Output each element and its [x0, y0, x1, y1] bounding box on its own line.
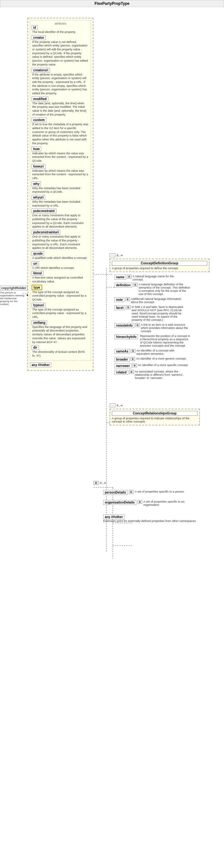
concept-rel-group-title: ConceptRelationshipsGroup	[112, 411, 197, 416]
attr-pubconstraint-desc: One or many constraints that apply to pu…	[32, 214, 89, 229]
copyright-label-box: copyrightHolder	[0, 286, 27, 290]
attr-custom: custom If set to true the metadata of a …	[32, 118, 89, 145]
rpi-note: note ⊕ Additional natural language infor…	[114, 297, 210, 304]
attr-type: type The type of the concept assigned as…	[32, 285, 89, 302]
attr-creator: creator If the property value is not def…	[32, 35, 89, 67]
rpi-hierarchyinfo-box: hierarchyInfo	[114, 334, 138, 339]
attr-creatoruri-desc: If the attribute is empty, specifies whi…	[32, 73, 89, 96]
attr-howuri-desc: Indicates by which means the value was e…	[32, 169, 89, 181]
seq-connector-area-2: ···· 0...∞	[110, 403, 200, 407]
attr-why-name: why	[32, 181, 41, 186]
rpi-broader-box: broader	[114, 357, 129, 362]
attr-qcode: qcode A qualified code which identifies …	[32, 251, 89, 260]
attr-why-desc: Why the metadata has been included - exp…	[32, 187, 89, 194]
rpi-remoteinfo-icon: ⊕	[135, 323, 140, 327]
attr-uri: uri A URI which identifies a concept.	[32, 261, 89, 270]
org-details-item: organisationDetails ⊕ A set of propertie…	[103, 500, 196, 506]
concept-def-group-desc: A group of properties required to define…	[112, 267, 207, 270]
elem-any-other-name: any ##other	[30, 363, 51, 367]
bottom-seq-icon: ⊞	[94, 481, 99, 485]
page-wrapper: FlexPartyPropType at	[0, 0, 224, 868]
connector-dot: ●	[27, 293, 28, 297]
attr-howuri-name: howuri	[32, 164, 45, 169]
concept-def-group-title: ConceptDefinitionGroup	[112, 261, 207, 266]
left-label-copyright: copyrightHolder The person or organisati…	[0, 286, 26, 306]
bottom-mult: 0...∞	[100, 481, 106, 485]
org-details-box: organisationDetails	[103, 500, 136, 505]
concept-def-group-container: ···· 0...∞ ConceptDefinitionGroup A grou…	[110, 253, 210, 381]
attr-pubconstraint: pubconstraint One or many constraints th…	[32, 209, 89, 229]
rpi-broader-desc: An identifier of a more generic concept.	[136, 357, 187, 360]
attr-how: how Indicates by which means the value w…	[32, 147, 89, 163]
rpi-related: related ⊕ An associated concept, where t…	[114, 370, 210, 380]
rpi-remoteinfo-box: remoteInfo	[114, 323, 135, 328]
rpi-facet-box: facet	[114, 305, 125, 310]
attr-howuri: howuri Indicates by which means the valu…	[32, 164, 89, 181]
attr-dir: dir The directionality of textual conten…	[32, 345, 89, 358]
attr-xmllang: xmllang Specifies the language of this p…	[32, 320, 89, 344]
rpi-narrower-desc: An identifier of a more specific concept…	[138, 364, 189, 367]
attr-pubconstraint-name: pubconstraint	[32, 209, 57, 213]
rpi-hierarchyinfo-desc: Represents the position of a concept in …	[140, 334, 191, 347]
rpi-related-icon: ⊕	[129, 370, 134, 374]
any-other-item: any ##other Extension point for external…	[103, 515, 196, 523]
rpi-name-icon: ⊕	[127, 275, 132, 279]
attr-literal-name: literal	[32, 271, 43, 276]
rpi-hierarchyinfo: hierarchyInfo Represents the position of…	[114, 334, 210, 347]
seq-icon-2: ····	[110, 403, 115, 407]
rpi-note-box: note	[114, 297, 124, 302]
attr-literal-desc: A free-text value assigned as controlled…	[32, 276, 89, 283]
attr-why: why Why the metadata has been included -…	[32, 181, 89, 194]
attr-typeuri-name: typeuri	[32, 303, 45, 308]
rpi-definition-box: definition	[114, 283, 132, 288]
attr-modified-name: modified	[32, 96, 48, 101]
attr-pubconstrainturi-desc: One or many constraints that apply to pu…	[32, 235, 89, 250]
attr-pubconstrainturi-name: pubconstrainturi	[32, 230, 60, 235]
attr-custom-desc: If set to true the metadata of a propert…	[32, 123, 89, 145]
attr-type-name: type	[32, 285, 42, 290]
elem-any-other: any ##other	[30, 363, 91, 367]
rpi-name-desc: A natural language name for the concept.	[133, 275, 184, 281]
bottom-connector-area: ⊞ 0...∞	[94, 481, 196, 485]
rpi-definition: definition ⊕ A natural language definiti…	[114, 283, 210, 296]
attr-qcode-name: qcode	[32, 251, 44, 256]
attr-how-desc: Indicates by which means the value was e…	[32, 152, 89, 163]
attr-uri-name: uri	[32, 261, 39, 266]
rpi-related-box: related	[114, 370, 128, 375]
seq-connector-area: ···· 0...∞	[110, 253, 210, 257]
attr-pubconstrainturi: pubconstrainturi One or many constraints…	[32, 230, 89, 250]
rpi-broader: broader ⊕ An identifier of a more generi…	[114, 357, 210, 362]
any-other-box: any ##other	[103, 515, 124, 519]
person-details-box: personDetails	[103, 490, 127, 495]
concept-rel-group-box: ConceptRelationshipsGroup A group of pro…	[110, 409, 200, 426]
attributes-header: attributes	[32, 22, 89, 25]
rpi-narrower: narrower ⊕ An identifier of a more speci…	[114, 364, 210, 368]
concept-rel-group-desc: A group of properties required to indica…	[112, 417, 197, 423]
rpi-sameas-icon: ⊕	[131, 349, 135, 353]
attr-dir-desc: The directionality of textual content (l…	[32, 350, 89, 358]
rpi-remoteinfo-desc: A link to an item or a web resource whic…	[141, 323, 189, 333]
rpi-broader-icon: ⊕	[130, 357, 135, 361]
attr-creator-desc: If the property value is not defined, sp…	[32, 40, 89, 67]
attr-literal: literal A free-text value assigned as co…	[32, 271, 89, 283]
attr-creator-name: creator	[32, 35, 46, 40]
attr-id: id The local identifier of the property.	[32, 25, 89, 34]
rpi-sameas-desc: An identifier of a concept with equivale…	[136, 349, 188, 355]
any-other-desc: Extension point for externally-defined p…	[103, 519, 196, 523]
rpi-narrower-box: narrower	[114, 364, 132, 368]
attr-xmllang-desc: Specifies the language of this property …	[32, 326, 89, 344]
attr-how-name: how	[32, 147, 41, 151]
person-details-item: personDetails ⊕ A set of properties spec…	[103, 490, 196, 495]
attr-whyuri-desc: Why the metadata has been included - exp…	[32, 200, 89, 208]
mult-label-2: 0...∞	[117, 404, 123, 407]
right-items-list: name ⊕ A natural language name for the c…	[114, 275, 210, 380]
attr-custom-name: custom	[32, 118, 46, 122]
rpi-name: name ⊕ A natural language name for the c…	[114, 275, 210, 281]
concept-def-group-box: ConceptDefinitionGroup A group of proper…	[110, 258, 210, 272]
rpi-sameas-box: sameAs	[114, 349, 130, 354]
attr-qcode-desc: A qualified code which identifies a conc…	[32, 256, 89, 260]
attr-dir-name: dir	[32, 345, 39, 350]
attr-modified-desc: The date [and, optionally, the time] whe…	[32, 102, 89, 117]
attr-uri-desc: A URI which identifies a concept.	[32, 266, 89, 270]
org-details-desc: A set of properties specific to an organ…	[143, 500, 195, 506]
